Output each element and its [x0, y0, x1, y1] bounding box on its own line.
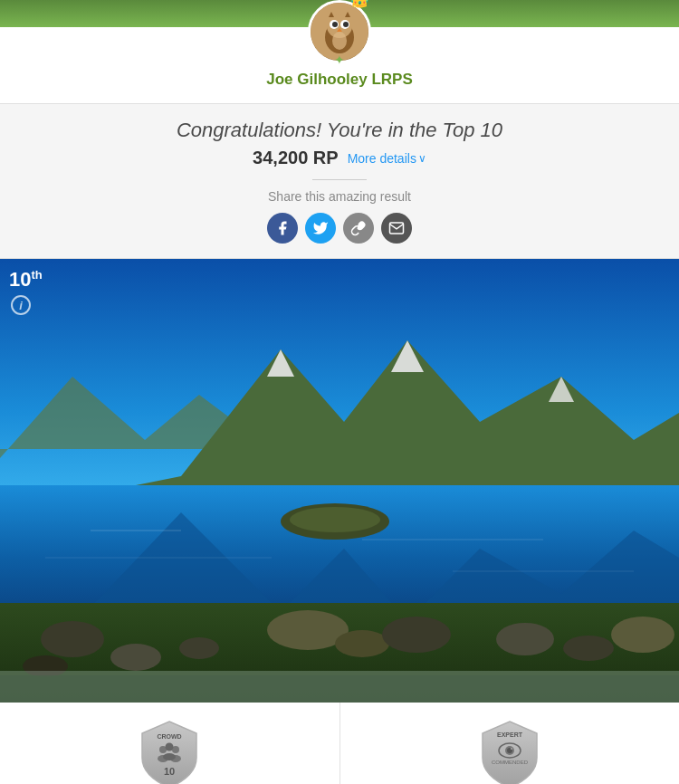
svg-text:CROWD: CROWD [158, 733, 182, 740]
rank-badge: 10th [9, 268, 43, 292]
svg-point-41 [166, 743, 174, 751]
share-twitter-button[interactable] [305, 213, 336, 244]
badges-section: CROWD 10 Crowd 10th [0, 703, 679, 784]
crowd-badge: CROWD 10 [133, 717, 206, 784]
svg-point-25 [335, 630, 389, 657]
expert-badge: EXPERT COMMENDED [473, 717, 546, 784]
svg-point-44 [163, 753, 176, 760]
congrats-title: Congratulations! You're in the Top 10 [177, 119, 502, 142]
share-email-button[interactable] [381, 213, 412, 244]
rank-number: 10 [9, 268, 31, 291]
avatar-wrapper: 👑 ✦ [308, 0, 371, 63]
svg-text:10: 10 [164, 766, 175, 777]
svg-point-27 [496, 623, 554, 655]
svg-point-50 [511, 748, 512, 750]
svg-point-10 [332, 32, 347, 50]
rp-value: 34,200 RP [253, 148, 339, 168]
landscape-image: 10th i [0, 259, 679, 703]
crowd-badge-panel: CROWD 10 Crowd 10th [0, 703, 340, 784]
congrats-section: Congratulations! You're in the Top 10 34… [0, 104, 679, 259]
svg-text:COMMENDED: COMMENDED [492, 760, 529, 765]
expert-badge-panel: EXPERT COMMENDED Highly Commended [340, 703, 680, 784]
star-icon: ✦ [334, 53, 345, 67]
svg-point-6 [343, 22, 349, 27]
share-buttons [267, 213, 412, 244]
svg-point-20 [41, 621, 104, 657]
more-details-link[interactable]: More details [348, 151, 426, 166]
info-icon[interactable]: i [11, 295, 31, 315]
svg-point-29 [611, 617, 674, 653]
svg-point-32 [290, 507, 380, 532]
crown-icon: 👑 [349, 0, 369, 9]
svg-point-21 [110, 644, 161, 671]
divider [312, 179, 367, 180]
share-link-button[interactable] [343, 213, 374, 244]
svg-point-26 [382, 617, 451, 653]
username: Joe Gilhooley LRPS [266, 71, 413, 89]
svg-point-23 [179, 637, 219, 659]
svg-rect-37 [0, 671, 679, 703]
rank-suffix: th [31, 268, 42, 282]
svg-point-5 [332, 22, 338, 27]
svg-text:EXPERT: EXPERT [497, 731, 523, 738]
rp-row: 34,200 RP More details [253, 148, 426, 168]
svg-point-28 [563, 636, 614, 661]
share-facebook-button[interactable] [267, 213, 298, 244]
profile-section: 👑 ✦ Joe Gilhooley LRPS [0, 27, 679, 104]
share-text: Share this amazing result [268, 189, 411, 204]
